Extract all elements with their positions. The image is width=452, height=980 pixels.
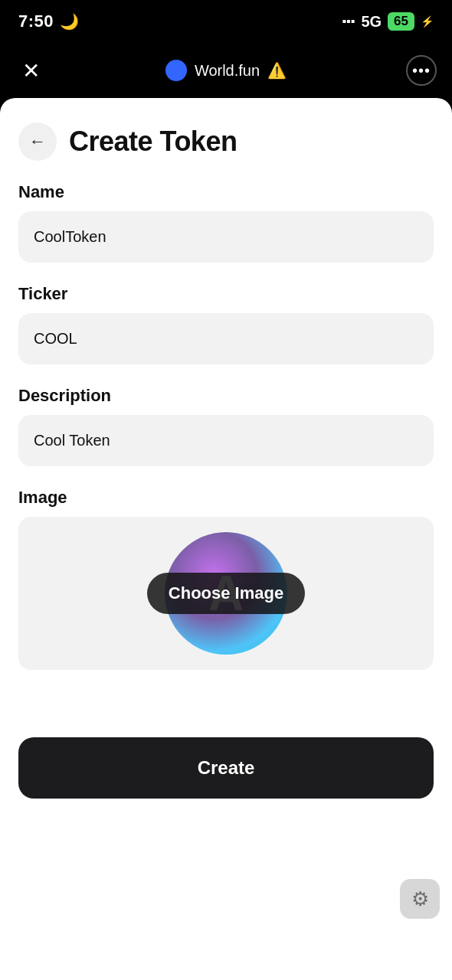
moon-icon: 🌙: [60, 12, 79, 31]
battery-badge: 65: [388, 12, 414, 31]
battery-bolt-icon: ⚡: [421, 15, 434, 28]
network-label: 5G: [361, 13, 382, 31]
choose-image-label: Choose Image: [169, 583, 283, 603]
description-label: Description: [18, 386, 434, 406]
ticker-input[interactable]: [18, 313, 434, 364]
status-bar: 7:50 🌙 ▪▪▪ 5G 65 ⚡: [0, 0, 452, 43]
gear-icon: ⚙: [411, 887, 429, 911]
status-time: 7:50: [18, 11, 54, 31]
page-header: ← Create Token: [18, 98, 434, 182]
close-icon: ✕: [22, 58, 40, 83]
name-label: Name: [18, 182, 434, 202]
description-section: Description: [18, 386, 434, 466]
warning-icon: ⚠️: [267, 61, 287, 80]
signal-icon: ▪▪▪: [342, 15, 355, 28]
ticker-section: Ticker: [18, 284, 434, 364]
create-button[interactable]: Create: [18, 737, 434, 799]
back-button[interactable]: ←: [18, 122, 57, 161]
image-container[interactable]: A Choose Image: [18, 517, 434, 670]
choose-image-button[interactable]: Choose Image: [147, 573, 305, 614]
page-title: Create Token: [69, 126, 237, 158]
spacer: [18, 691, 434, 737]
close-button[interactable]: ✕: [15, 55, 46, 86]
browser-bar: ✕ World.fun ⚠️ •••: [0, 43, 452, 98]
site-dot-icon: [165, 60, 187, 81]
back-arrow-icon: ←: [29, 132, 46, 152]
main-content: ← Create Token Name Ticker Description I…: [0, 98, 452, 980]
name-input[interactable]: [18, 211, 434, 263]
browser-title: World.fun ⚠️: [165, 60, 287, 81]
more-icon: •••: [412, 62, 431, 80]
create-button-label: Create: [198, 757, 255, 779]
image-section: Image A Choose Image: [18, 488, 434, 670]
site-name: World.fun: [195, 62, 260, 80]
more-button[interactable]: •••: [406, 55, 437, 86]
ticker-label: Ticker: [18, 284, 434, 304]
name-section: Name: [18, 182, 434, 263]
description-input[interactable]: [18, 415, 434, 466]
gear-fab-button[interactable]: ⚙: [400, 879, 440, 919]
status-right: ▪▪▪ 5G 65 ⚡: [342, 12, 434, 31]
image-label: Image: [18, 488, 434, 508]
